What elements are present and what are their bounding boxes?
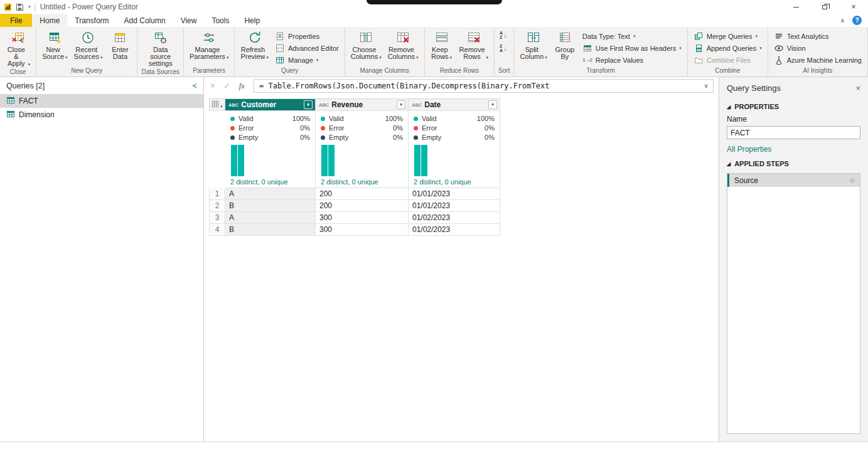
cell-customer[interactable]: A (225, 188, 316, 200)
cell-revenue[interactable]: 200 (316, 188, 409, 200)
caret-down-icon: ▾ (227, 55, 229, 60)
close-icon: × (851, 3, 855, 11)
azure-machine-learning-button[interactable]: Azure Machine Learning (771, 54, 864, 66)
column-header-customer[interactable]: ABC Customer ▾ (225, 98, 316, 111)
error-dot-icon (321, 126, 325, 130)
recent-sources-button[interactable]: Recent Sources▾ (72, 28, 105, 60)
data-type-button[interactable]: Data Type: Text ▾ (580, 30, 684, 42)
column-header-date[interactable]: ABC Date ▾ (409, 98, 500, 111)
ribbon: Close & Apply▾ Close New Source▾ Recent … (0, 27, 868, 77)
group-by-button[interactable]: Group By (551, 28, 579, 60)
cell-customer[interactable]: B (225, 224, 316, 236)
cell-customer[interactable]: A (225, 212, 316, 224)
row-number[interactable]: 3 (209, 212, 225, 224)
formula-check-icon[interactable]: ✓ (224, 82, 230, 90)
filter-dropdown-button[interactable]: ▾ (488, 100, 497, 109)
properties-button[interactable]: Properties (272, 30, 341, 42)
row-number[interactable]: 1 (209, 188, 225, 200)
quick-access-caret-icon[interactable]: ▾ (28, 4, 31, 9)
sort-ascending-icon: AZ (500, 31, 503, 40)
append-queries-button[interactable]: Append Queries ▾ (691, 42, 764, 54)
manage-button[interactable]: Manage ▾ (272, 54, 341, 66)
tab-help[interactable]: Help (237, 14, 267, 27)
tab-file[interactable]: File (0, 14, 32, 27)
cell-revenue[interactable]: 300 (316, 224, 409, 236)
query-list-item-dimension[interactable]: Dimension (0, 108, 203, 122)
caret-down-icon: ▾ (486, 55, 489, 60)
manage-icon (275, 55, 285, 65)
filter-dropdown-button[interactable]: ▾ (304, 100, 313, 109)
minimize-icon (793, 7, 799, 8)
sort-ascending-button[interactable]: AZ ↓ (498, 29, 508, 41)
cell-date[interactable]: 01/01/2023 (409, 200, 500, 212)
save-icon[interactable] (16, 3, 24, 11)
split-column-button[interactable]: Split Column▾ (517, 28, 549, 60)
table-row: 4 B 300 01/02/2023 (209, 224, 719, 236)
close-panel-icon[interactable]: × (855, 83, 860, 93)
keep-rows-button[interactable]: Keep Rows▾ (428, 28, 456, 60)
cell-date[interactable]: 01/02/2023 (409, 212, 500, 224)
manage-parameters-button[interactable]: Manage Parameters▾ (187, 28, 231, 60)
preview-canvas: ▾ ABC Customer ▾ ABC Revenue ▾ ABC Dat (204, 94, 719, 441)
valid-dot-icon (230, 117, 235, 121)
enter-data-button[interactable]: Enter Data (106, 28, 134, 60)
merge-queries-icon (694, 31, 704, 41)
minimize-button[interactable] (781, 0, 810, 14)
replace-values-button[interactable]: 1→2 Replace Values (580, 54, 684, 66)
merge-queries-button[interactable]: Merge Queries ▾ (691, 30, 764, 42)
formula-expand-icon[interactable]: ∨ (699, 82, 708, 89)
caret-down-icon: ▾ (400, 102, 402, 107)
query-list-item-fact[interactable]: FACT (0, 94, 203, 108)
tab-view[interactable]: View (173, 14, 205, 27)
tab-home[interactable]: Home (32, 14, 67, 27)
sort-descending-button[interactable]: ZA ↓ (498, 43, 508, 54)
row-number[interactable]: 2 (209, 200, 225, 212)
text-type-icon: ABC (228, 102, 238, 108)
row-number[interactable]: 4 (209, 224, 225, 236)
table-icon (6, 96, 15, 107)
empty-dot-icon (230, 135, 235, 140)
help-icon[interactable]: ? (852, 16, 862, 25)
cell-date[interactable]: 01/01/2023 (409, 188, 500, 200)
text-analytics-button[interactable]: Text Analytics (771, 30, 864, 42)
applied-steps-section-header[interactable]: ◢ APPLIED STEPS (719, 156, 868, 171)
ribbon-group-new-query: New Source▾ Recent Sources▾ Enter Data N… (36, 27, 137, 77)
cell-revenue[interactable]: 200 (316, 200, 409, 212)
remove-rows-button[interactable]: Remove Rows▾ (457, 28, 491, 60)
filter-dropdown-button[interactable]: ▾ (397, 100, 405, 109)
grid-corner-select-all[interactable]: ▾ (209, 98, 225, 111)
vision-eye-icon (774, 43, 784, 53)
tab-transform[interactable]: Transform (67, 14, 116, 27)
query-name-input[interactable] (727, 126, 860, 139)
combine-files-button: Combine Files (691, 54, 764, 66)
data-source-settings-button[interactable]: Data source settings (141, 28, 180, 67)
remove-columns-button[interactable]: Remove Columns▾ (385, 28, 421, 60)
all-properties-link[interactable]: All Properties (719, 139, 868, 156)
ribbon-group-query: Refresh Preview▾ Properties Advanced Edi… (235, 27, 345, 77)
close-window-button[interactable]: × (839, 0, 868, 14)
cell-revenue[interactable]: 300 (316, 212, 409, 224)
tab-add-column[interactable]: Add Column (117, 14, 173, 27)
cell-customer[interactable]: B (225, 200, 316, 212)
column-header-revenue[interactable]: ABC Revenue ▾ (316, 98, 409, 111)
close-and-apply-button[interactable]: Close & Apply▾ (3, 28, 33, 67)
collapse-ribbon-icon[interactable]: ∧ (840, 17, 845, 24)
applied-step-source[interactable]: Source (727, 174, 860, 187)
tab-tools[interactable]: Tools (204, 14, 237, 27)
step-settings-gear-icon[interactable] (849, 177, 856, 184)
caret-down-icon: ▾ (100, 55, 103, 60)
formula-input[interactable]: = Table.FromRows(Json.Document(Binary.De… (254, 79, 714, 93)
cell-date[interactable]: 01/02/2023 (409, 224, 500, 236)
choose-columns-button[interactable]: Choose Columns▾ (348, 28, 384, 60)
vision-button[interactable]: Vision (771, 42, 864, 54)
name-label: Name (719, 114, 868, 126)
restore-button[interactable] (810, 0, 839, 14)
refresh-preview-button[interactable]: Refresh Preview▾ (238, 28, 271, 60)
ribbon-group-parameters: Manage Parameters▾ Parameters (184, 27, 235, 77)
advanced-editor-button[interactable]: Advanced Editor (272, 42, 341, 54)
collapse-queries-pane-icon[interactable]: < (192, 81, 197, 90)
use-first-row-as-headers-button[interactable]: Use First Row as Headers ▾ (580, 42, 684, 54)
formula-cancel-icon[interactable]: × (210, 81, 215, 90)
properties-section-header[interactable]: ◢ PROPERTIES (719, 99, 868, 114)
new-source-button[interactable]: New Source▾ (40, 28, 70, 60)
